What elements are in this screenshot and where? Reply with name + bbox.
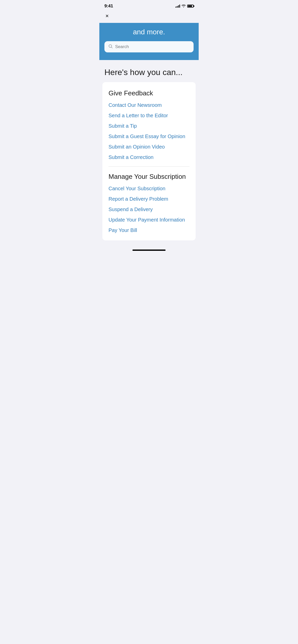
section-heading: Here's how you can... [99,68,199,77]
link-correction[interactable]: Submit a Correction [109,154,189,160]
link-cancel-subscription[interactable]: Cancel Your Subscription [109,186,189,192]
signal-icon [175,5,180,8]
link-delivery-problem[interactable]: Report a Delivery Problem [109,196,189,202]
search-container[interactable] [104,41,194,52]
status-bar: 9:41 [99,0,199,10]
card-divider [109,166,189,167]
content-area: Here's how you can... Give Feedback Cont… [99,60,199,245]
manage-subscription-links: Cancel Your Subscription Report a Delive… [109,186,189,233]
status-icons [175,4,194,8]
link-letter-editor[interactable]: Send a Letter to the Editor [109,113,189,119]
manage-subscription-title: Manage Your Subscription [109,173,189,181]
link-suspend-delivery[interactable]: Suspend a Delivery [109,207,189,212]
wifi-icon [182,4,186,8]
scroll-indicator [132,250,166,251]
give-feedback-card: Give Feedback Contact Our Newsroom Send … [102,82,196,240]
link-guest-essay[interactable]: Submit a Guest Essay for Opinion [109,134,189,139]
link-opinion-video[interactable]: Submit an Opinion Video [109,144,189,150]
status-time: 9:41 [104,4,113,9]
svg-line-1 [111,47,112,48]
blue-header: and more. [99,23,199,60]
give-feedback-title: Give Feedback [109,89,189,97]
give-feedback-links: Contact Our Newsroom Send a Letter to th… [109,102,189,160]
battery-icon [187,5,194,8]
link-payment-info[interactable]: Update Your Payment Information [109,217,189,223]
search-input[interactable] [115,44,189,49]
link-pay-bill[interactable]: Pay Your Bill [109,227,189,233]
close-button[interactable]: × [104,12,110,20]
search-icon [109,44,113,49]
link-contact-newsroom[interactable]: Contact Our Newsroom [109,102,189,108]
top-nav: × [99,10,199,23]
link-submit-tip[interactable]: Submit a Tip [109,123,189,129]
header-text: and more. [104,28,194,36]
